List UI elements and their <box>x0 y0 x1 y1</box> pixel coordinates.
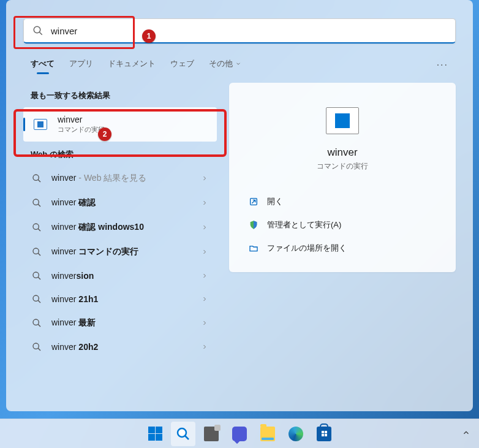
chevron-up-icon[interactable] <box>462 428 470 437</box>
tab-apps[interactable]: アプリ <box>69 53 93 77</box>
results-column: 最も一致する検索結果 winver コマンドの実行 Web の検索 winver… <box>23 83 217 359</box>
tab-documents[interactable]: ドキュメント <box>108 53 156 77</box>
chevron-right-icon <box>201 199 208 207</box>
result-text: winver コマンドの実行 <box>58 115 105 134</box>
taskview-icon <box>204 427 219 441</box>
svg-line-5 <box>38 204 40 207</box>
tab-web[interactable]: ウェブ <box>170 53 194 77</box>
chevron-right-icon <box>201 248 208 256</box>
web-result-item[interactable]: winver 確認 windows10 <box>23 215 217 240</box>
web-result-item[interactable]: winver 確認 <box>23 191 217 215</box>
svg-line-21 <box>185 436 189 439</box>
svg-point-20 <box>178 428 186 437</box>
svg-line-9 <box>38 253 40 256</box>
search-icon <box>32 247 42 257</box>
annotation-badge-2: 2 <box>98 127 111 141</box>
tabs-more-button[interactable]: ··· <box>437 59 448 70</box>
store-icon <box>317 427 331 441</box>
web-result-text: winver 確認 windows10 <box>51 222 201 233</box>
chevron-down-icon <box>235 61 241 67</box>
shield-icon <box>249 220 258 230</box>
search-icon <box>32 222 42 232</box>
file-explorer-button[interactable] <box>255 422 280 446</box>
store-button[interactable] <box>312 422 336 446</box>
web-result-item[interactable]: winver 20h2 <box>23 335 217 359</box>
start-search-panel: すべて アプリ ドキュメント ウェブ その他 ··· 最も一致する検索結果 wi… <box>6 0 473 411</box>
windows-logo-icon <box>148 427 162 441</box>
search-bar[interactable] <box>23 18 456 44</box>
web-results-list: winver - Web 結果を見るwinver 確認winver 確認 win… <box>23 166 217 359</box>
edge-button[interactable] <box>284 422 308 446</box>
tab-all[interactable]: すべて <box>31 53 55 77</box>
svg-point-14 <box>33 319 39 325</box>
web-result-text: winver 20h2 <box>51 342 201 352</box>
svg-line-15 <box>38 324 40 327</box>
svg-point-10 <box>33 272 39 278</box>
web-result-text: winver 最新 <box>51 317 201 328</box>
action-open[interactable]: 開く <box>244 190 441 213</box>
chevron-right-icon <box>201 343 208 351</box>
svg-line-19 <box>252 200 255 203</box>
web-result-item[interactable]: winver コマンドの実行 <box>23 240 217 264</box>
svg-line-1 <box>39 32 42 35</box>
svg-point-4 <box>33 199 39 205</box>
taskbar-search-button[interactable] <box>171 422 195 446</box>
folder-icon <box>260 427 275 441</box>
web-result-item[interactable]: winver - Web 結果を見る <box>23 166 217 191</box>
web-search-header: Web の検索 <box>23 142 217 166</box>
edge-icon <box>289 427 303 441</box>
preview-panel: winver コマンドの実行 開く 管理者として実行(A) ファイルの場所を開く <box>229 83 456 272</box>
action-run-admin[interactable]: 管理者として実行(A) <box>244 213 441 237</box>
annotation-badge-1: 1 <box>142 29 156 43</box>
preview-title: winver <box>241 146 443 159</box>
result-winver[interactable]: winver コマンドの実行 <box>23 107 217 142</box>
chevron-right-icon <box>201 175 208 182</box>
search-icon <box>32 198 42 208</box>
content-area: 最も一致する検索結果 winver コマンドの実行 Web の検索 winver… <box>6 77 473 371</box>
web-result-item[interactable]: winver 最新 <box>23 311 217 335</box>
svg-point-0 <box>34 26 40 33</box>
chat-button[interactable] <box>227 422 252 446</box>
search-icon <box>32 271 42 281</box>
svg-line-13 <box>38 300 40 303</box>
action-list: 開く 管理者として実行(A) ファイルの場所を開く <box>241 190 443 260</box>
web-result-text: winver 21h1 <box>51 294 201 304</box>
svg-point-12 <box>33 295 39 301</box>
taskbar <box>0 419 479 448</box>
preview-app-icon <box>326 107 359 134</box>
search-icon <box>176 427 190 441</box>
svg-line-7 <box>38 229 40 231</box>
search-tabs: すべて アプリ ドキュメント ウェブ その他 ··· <box>6 53 473 77</box>
action-label: 管理者として実行(A) <box>267 219 341 230</box>
svg-line-11 <box>38 277 40 279</box>
search-icon <box>32 342 42 352</box>
web-result-text: winver - Web 結果を見る <box>51 173 201 184</box>
open-icon <box>249 197 258 207</box>
svg-line-17 <box>38 348 40 351</box>
search-bar-container <box>6 0 473 53</box>
tab-other[interactable]: その他 <box>209 53 241 77</box>
search-icon <box>32 294 42 304</box>
chevron-right-icon <box>201 272 208 279</box>
web-result-text: winversion <box>51 271 201 281</box>
web-result-item[interactable]: winversion <box>23 264 217 287</box>
svg-point-2 <box>33 175 39 180</box>
search-input[interactable] <box>51 26 447 36</box>
web-result-text: winver 確認 <box>51 197 201 208</box>
svg-point-16 <box>33 343 39 349</box>
action-open-location[interactable]: ファイルの場所を開く <box>244 237 441 260</box>
app-icon <box>32 116 49 133</box>
start-button[interactable] <box>143 422 167 446</box>
chevron-right-icon <box>201 224 208 231</box>
chevron-right-icon <box>201 319 208 327</box>
tab-other-label: その他 <box>209 58 233 69</box>
best-match-header: 最も一致する検索結果 <box>23 83 217 107</box>
web-result-item[interactable]: winver 21h1 <box>23 287 217 311</box>
taskbar-right <box>462 428 470 439</box>
search-icon <box>32 318 42 328</box>
search-icon <box>32 173 42 183</box>
svg-line-3 <box>38 180 40 182</box>
web-result-text: winver コマンドの実行 <box>51 246 201 257</box>
taskview-button[interactable] <box>199 422 224 446</box>
result-title: winver <box>58 115 105 124</box>
